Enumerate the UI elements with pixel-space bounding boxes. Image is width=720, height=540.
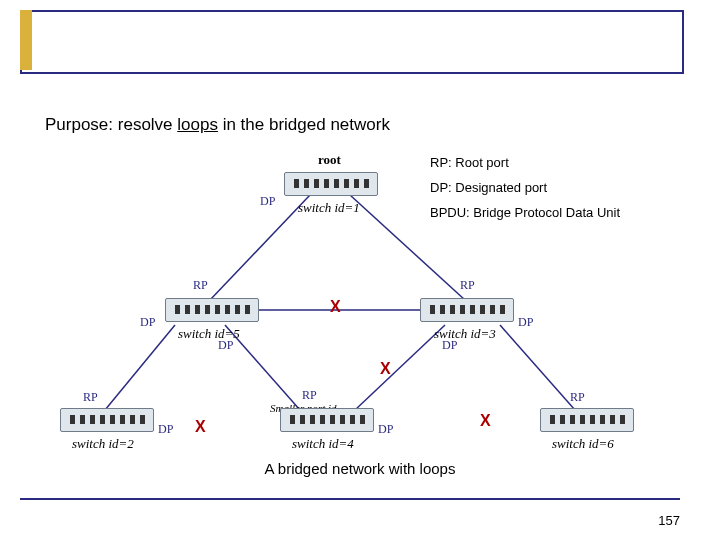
sw1-dp-left: DP	[260, 194, 275, 209]
sw2-dp: DP	[158, 422, 173, 437]
blocked-x-1: X	[330, 298, 341, 316]
sw4-rp: RP	[302, 388, 317, 403]
figure-caption: A bridged network with loops	[0, 460, 720, 477]
sw6-label: switch id=6	[552, 436, 614, 452]
purpose-line: Purpose: resolve loops in the bridged ne…	[45, 115, 390, 135]
svg-line-3	[105, 325, 175, 410]
purpose-prefix: Purpose: resolve	[45, 115, 177, 134]
svg-line-6	[500, 325, 575, 410]
switch-3	[420, 298, 512, 324]
network-diagram: root DP switch id=1 RP DP switch id=5 DP…	[50, 150, 670, 475]
bottom-rule	[20, 498, 680, 500]
blocked-x-3: X	[195, 418, 206, 436]
switch-6	[540, 408, 632, 434]
title-frame	[20, 10, 684, 74]
sw5-dp-bot: DP	[218, 338, 233, 353]
sw4-dp: DP	[378, 422, 393, 437]
blocked-x-4: X	[480, 412, 491, 430]
switch-4	[280, 408, 372, 434]
sw6-rp: RP	[570, 390, 585, 405]
purpose-underlined: loops	[177, 115, 218, 134]
sw2-label: switch id=2	[72, 436, 134, 452]
title-accent	[20, 10, 32, 70]
sw1-label: switch id=1	[298, 200, 360, 216]
page-number: 157	[658, 513, 680, 528]
switch-2	[60, 408, 152, 434]
svg-line-5	[355, 325, 445, 410]
purpose-suffix: in the bridged network	[218, 115, 390, 134]
sw2-rp: RP	[83, 390, 98, 405]
sw4-label: switch id=4	[292, 436, 354, 452]
sw5-dp-left: DP	[140, 315, 155, 330]
sw5-rp: RP	[193, 278, 208, 293]
switch-5	[165, 298, 257, 324]
root-label: root	[318, 152, 341, 168]
switch-1	[284, 172, 376, 198]
svg-line-1	[350, 195, 465, 300]
sw3-dp-right: DP	[518, 315, 533, 330]
sw3-rp: RP	[460, 278, 475, 293]
blocked-x-2: X	[380, 360, 391, 378]
svg-line-0	[210, 195, 310, 300]
sw3-dp-bot: DP	[442, 338, 457, 353]
